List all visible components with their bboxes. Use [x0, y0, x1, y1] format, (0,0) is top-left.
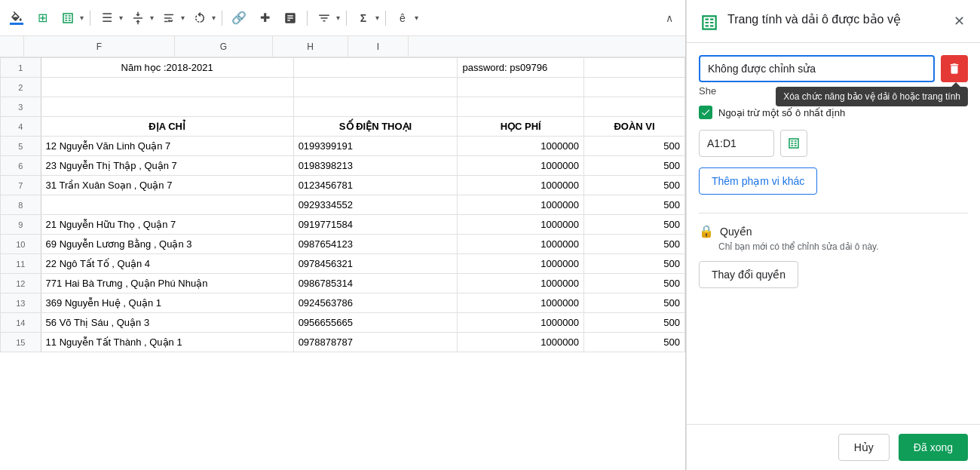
cell-g-13[interactable]: 0924563786	[293, 293, 458, 313]
cell-g-5[interactable]: 0199399191	[293, 137, 458, 156]
cell-i-11[interactable]: 500	[583, 254, 684, 274]
cell-h-4[interactable]: HỌC PHÍ	[458, 117, 584, 137]
cell-h-12[interactable]: 1000000	[458, 274, 584, 293]
cell-f-10[interactable]: 69 Nguyễn Lương Bằng , Quận 3	[41, 235, 293, 254]
cell-i-8[interactable]: 500	[583, 195, 684, 215]
cell-h-10[interactable]: 1000000	[458, 235, 584, 254]
cell-i-4[interactable]: ĐOÀN VI	[583, 117, 684, 137]
row-num: 11	[1, 254, 41, 274]
filter-icon[interactable]	[314, 8, 335, 29]
row-num: 12	[1, 274, 41, 293]
range-input[interactable]	[699, 130, 774, 157]
cell-i-13[interactable]: 500	[583, 293, 684, 313]
cancel-button[interactable]: Hủy	[838, 434, 890, 461]
cell-g-10[interactable]: 0987654123	[293, 235, 458, 254]
cell-h-8[interactable]: 1000000	[458, 195, 584, 215]
comment-icon[interactable]: ✚	[254, 8, 275, 29]
borders-icon[interactable]: ⊞	[32, 8, 53, 29]
chart-icon[interactable]	[280, 8, 301, 29]
cell-f-4[interactable]: ĐỊA CHỈ	[41, 117, 293, 137]
col-header-f[interactable]: F	[24, 36, 175, 57]
cell-h-9[interactable]: 1000000	[458, 215, 584, 235]
cell-i-2[interactable]	[583, 78, 684, 97]
row-num: 7	[1, 176, 41, 195]
cell-g-9[interactable]: 0919771584	[293, 215, 458, 235]
cell-g-4[interactable]: SỐ ĐIỆN THOẠI	[293, 117, 458, 137]
format-chevron[interactable]: ▾	[415, 14, 418, 22]
cell-i-3[interactable]	[583, 97, 684, 117]
cell-h-3[interactable]	[458, 97, 584, 117]
protection-name-input[interactable]	[699, 55, 935, 82]
cell-f-5[interactable]: 12 Nguyễn Văn Linh Quận 7	[41, 137, 293, 156]
done-button[interactable]: Đã xong	[899, 434, 968, 461]
wrap-icon[interactable]	[158, 8, 179, 29]
col-header-g[interactable]: G	[175, 36, 273, 57]
merge-cells-icon[interactable]	[57, 8, 78, 29]
filter-chevron[interactable]: ▾	[336, 14, 340, 22]
cell-i-6[interactable]: 500	[583, 156, 684, 176]
exclude-cells-checkbox[interactable]	[699, 106, 712, 119]
cell-i-9[interactable]: 500	[583, 215, 684, 235]
cell-f-1[interactable]: Năm học :2018-2021	[41, 58, 293, 78]
cell-h-13[interactable]: 1000000	[458, 293, 584, 313]
cell-f-9[interactable]: 21 Nguyễn Hữu Thọ , Quận 7	[41, 215, 293, 235]
col-header-i[interactable]: I	[348, 36, 409, 57]
cell-i-15[interactable]: 500	[583, 333, 684, 352]
cell-i-5[interactable]: 500	[583, 137, 684, 156]
wrap-chevron[interactable]: ▾	[181, 14, 185, 22]
cell-f-6[interactable]: 23 Nguyễn Thị Thập , Quận 7	[41, 156, 293, 176]
cell-h-6[interactable]: 1000000	[458, 156, 584, 176]
cell-g-8[interactable]: 0929334552	[293, 195, 458, 215]
cell-g-1[interactable]	[293, 58, 458, 78]
cell-h-7[interactable]: 1000000	[458, 176, 584, 195]
cell-h-5[interactable]: 1000000	[458, 137, 584, 156]
cell-i-12[interactable]: 500	[583, 274, 684, 293]
cell-h-11[interactable]: 1000000	[458, 254, 584, 274]
cell-f-15[interactable]: 11 Nguyễn Tất Thành , Quận 1	[41, 333, 293, 352]
format-text-icon[interactable]: ê	[392, 8, 413, 29]
cell-i-7[interactable]: 500	[583, 176, 684, 195]
cell-f-13[interactable]: 369 Nguyễn Huệ , Quận 1	[41, 293, 293, 313]
cell-f-3[interactable]	[41, 97, 293, 117]
cell-g-12[interactable]: 0986785314	[293, 274, 458, 293]
cell-g-3[interactable]	[293, 97, 458, 117]
toolbar-collapse-btn[interactable]: ∧	[660, 9, 679, 27]
valign-icon[interactable]	[127, 8, 149, 29]
rotate-chevron[interactable]: ▾	[212, 14, 216, 22]
cell-g-15[interactable]: 0978878787	[293, 333, 458, 352]
cell-i-10[interactable]: 500	[583, 235, 684, 254]
link-icon[interactable]: 🔗	[228, 8, 250, 29]
cell-h-1[interactable]: password: ps09796	[458, 58, 584, 78]
cell-f-8[interactable]	[41, 195, 293, 215]
select-range-button[interactable]	[780, 130, 807, 157]
cell-h-2[interactable]	[458, 78, 584, 97]
cell-f-14[interactable]: 56 Võ Thị Sáu , Quận 3	[41, 313, 293, 333]
cell-g-7[interactable]: 0123456781	[293, 176, 458, 195]
cell-i-14[interactable]: 500	[583, 313, 684, 333]
align-chevron[interactable]: ▾	[119, 14, 123, 22]
change-permissions-button[interactable]: Thay đổi quyền	[699, 261, 798, 288]
add-range-button[interactable]: Thêm phạm vi khác	[699, 167, 817, 195]
align-left-icon[interactable]: ☰	[96, 8, 118, 29]
sum-icon[interactable]: Σ	[353, 8, 374, 29]
cell-i-1[interactable]	[583, 58, 684, 78]
cell-f-7[interactable]: 31 Trần Xuân Soạn , Quận 7	[41, 176, 293, 195]
close-icon[interactable]: ✕	[950, 12, 968, 30]
rotate-icon[interactable]	[189, 8, 210, 29]
col-header-h[interactable]: H	[273, 36, 348, 57]
delete-protection-button[interactable]	[941, 55, 968, 82]
sum-chevron[interactable]: ▾	[375, 14, 379, 22]
cell-g-11[interactable]: 0978456321	[293, 254, 458, 274]
cell-f-2[interactable]	[41, 78, 293, 97]
cell-h-15[interactable]: 1000000	[458, 333, 584, 352]
cell-f-11[interactable]: 22 Ngô Tất Tố , Quận 4	[41, 254, 293, 274]
permissions-description: Chỉ bạn mới có thể chỉnh sửa dải ô này.	[718, 241, 968, 252]
merge-chevron[interactable]: ▾	[80, 14, 84, 22]
cell-g-2[interactable]	[293, 78, 458, 97]
valign-chevron[interactable]: ▾	[150, 14, 154, 22]
cell-g-14[interactable]: 0956655665	[293, 313, 458, 333]
cell-h-14[interactable]: 1000000	[458, 313, 584, 333]
cell-f-12[interactable]: 771 Hai Bà Trưng , Quận Phú Nhuận	[41, 274, 293, 293]
paint-bucket-icon[interactable]	[6, 8, 27, 29]
cell-g-6[interactable]: 0198398213	[293, 156, 458, 176]
